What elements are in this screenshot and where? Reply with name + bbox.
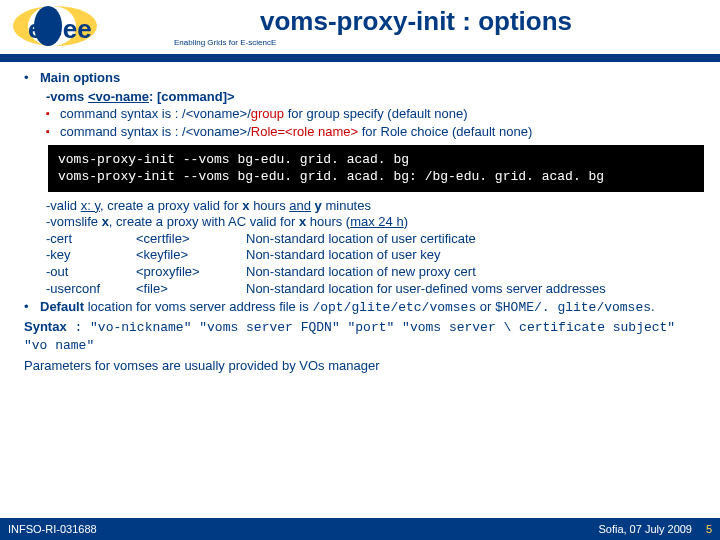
syntax-group-b: group [251, 106, 284, 121]
life-c: , create a proxy with AC valid for [109, 214, 299, 229]
life-a: -vomslife [46, 214, 102, 229]
valid-line: -valid x: y, create a proxy valid for x … [46, 198, 704, 215]
voms-opt-prefix: -voms [46, 89, 88, 104]
key-opt: -key [46, 247, 136, 264]
voms-opt-suffix: : [command]> [149, 89, 235, 104]
footer-pagenum: 5 [706, 522, 712, 536]
valid-c: , create a proxy valid for [100, 198, 242, 213]
out-opt: -out [46, 264, 136, 281]
valid-g: y [311, 198, 322, 213]
code-line-2: voms-proxy-init --voms bg-edu. grid. aca… [58, 168, 694, 186]
default-location-line: Default location for voms server address… [40, 299, 704, 317]
userconf-desc: Non-standard location for user-defined v… [246, 281, 704, 298]
syntax-group-c: for group specify (default none) [284, 106, 468, 121]
syntax-group-a: command syntax is : /<voname>/ [60, 106, 251, 121]
syntax-role-a: command syntax is : /<voname>/ [60, 124, 251, 139]
footer-right: Sofia, 07 July 2009 [598, 522, 692, 536]
voms-opt-voname: <vo-name [88, 89, 149, 104]
def-b: location for voms server address file is [84, 299, 312, 314]
key-param: <keyfile> [136, 247, 246, 264]
main-options-heading: Main options [40, 70, 704, 87]
svg-text:eGee: eGee [28, 14, 92, 44]
def-e: $HOME/. glite/vomses [495, 300, 651, 315]
syntax-label: Syntax [24, 319, 67, 334]
valid-e: hours [250, 198, 290, 213]
content: • Main options -voms <vo-name: [command]… [0, 62, 720, 375]
userconf-opt: -userconf [46, 281, 136, 298]
footer-left: INFSO-RI-031688 [8, 522, 97, 536]
code-line-1: voms-proxy-init --voms bg-edu. grid. aca… [58, 151, 694, 169]
valid-d: x [242, 198, 249, 213]
bullet-dot: • [24, 299, 40, 317]
tagline: Enabling Grids for E-sciencE [174, 38, 276, 47]
options-table: -cert <certfile> Non-standard location o… [46, 231, 704, 298]
square-bullet: ▪ [46, 106, 60, 123]
life-b: x [102, 214, 109, 229]
code-block: voms-proxy-init --voms bg-edu. grid. aca… [48, 145, 704, 192]
def-c: /opt/glite/etc/vomses [312, 300, 476, 315]
cert-opt: -cert [46, 231, 136, 248]
syntax-line: Syntax : "vo-nickname" "voms server FQDN… [24, 319, 704, 354]
def-f: . [651, 299, 655, 314]
life-e: hours ( [306, 214, 350, 229]
userconf-param: <file> [136, 281, 246, 298]
syntax-value: : "vo-nickname" "voms server FQDN" "port… [24, 320, 675, 353]
out-desc: Non-standard location of new proxy cert [246, 264, 704, 281]
valid-f: and [289, 198, 311, 213]
page-title: voms-proxy-init : options [260, 6, 572, 37]
syntax-group-line: command syntax is : /<voname>/group for … [60, 106, 468, 123]
footer: INFSO-RI-031688 Sofia, 07 July 2009 5 [0, 518, 720, 540]
key-desc: Non-standard location of user key [246, 247, 704, 264]
out-param: <proxyfile> [136, 264, 246, 281]
syntax-role-line: command syntax is : /<voname>/Role=<role… [60, 124, 532, 141]
egee-logo: eGee [10, 4, 150, 48]
header: eGee voms-proxy-init : options Enabling … [0, 0, 720, 52]
square-bullet: ▪ [46, 124, 60, 141]
syntax-role-c: for Role choice (default none) [358, 124, 532, 139]
life-g: ) [404, 214, 408, 229]
voms-option-line: -voms <vo-name: [command]> [46, 89, 704, 106]
cert-desc: Non-standard location of user certificat… [246, 231, 704, 248]
def-a: Default [40, 299, 84, 314]
header-stripe [0, 52, 720, 62]
syntax-role-b: Role=<role name> [251, 124, 358, 139]
vomslife-line: -vomslife x, create a proxy with AC vali… [46, 214, 704, 231]
bullet-dot: • [24, 70, 40, 87]
cert-param: <certfile> [136, 231, 246, 248]
def-d: or [476, 299, 495, 314]
valid-h: minutes [322, 198, 371, 213]
valid-a: -valid [46, 198, 81, 213]
params-line: Parameters for vomses are usually provid… [24, 358, 704, 375]
valid-b: x: y [81, 198, 100, 213]
life-f: max 24 h [350, 214, 403, 229]
